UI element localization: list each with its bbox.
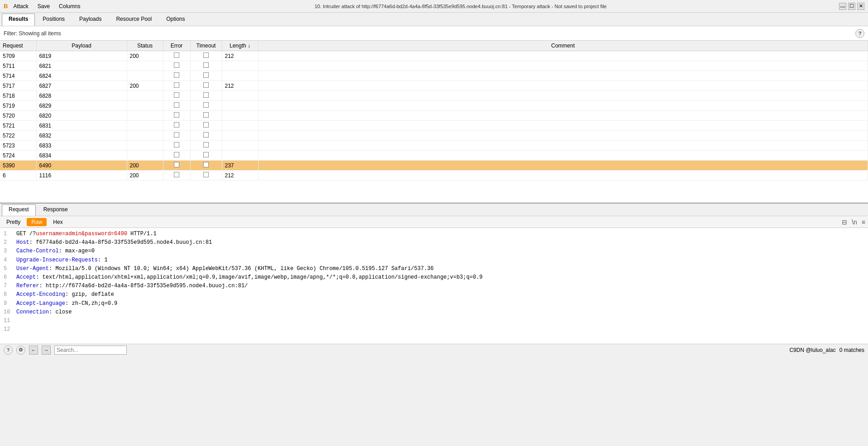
checkbox[interactable] [174, 72, 179, 78]
checkbox[interactable] [174, 112, 179, 118]
results-table-area[interactable]: Request Payload Status Error Timeout Len… [0, 41, 868, 204]
back-button[interactable]: ← [29, 346, 38, 355]
format-icon[interactable]: ⊟ [841, 218, 848, 227]
tab-positions[interactable]: Positions [36, 14, 72, 26]
col-header-error[interactable]: Error [163, 41, 190, 51]
col-header-comment[interactable]: Comment [258, 41, 868, 51]
table-row[interactable]: 57236833 [0, 141, 868, 151]
table-row[interactable]: 57226832 [0, 131, 868, 141]
status-bar-right: C9DN @luluo_alac 0 matches [789, 347, 864, 353]
checkbox[interactable] [174, 102, 179, 108]
request-line: 4Upgrade-Insecure-Requests: 1 [4, 256, 864, 265]
settings-icon[interactable]: ⚙ [16, 346, 25, 355]
checkbox[interactable] [174, 132, 179, 138]
request-response-tabs: Request Response [0, 204, 868, 216]
filter-bar: Filter: Showing all items ? [0, 26, 868, 41]
filter-help-button[interactable]: ? [855, 29, 864, 38]
forward-button[interactable]: → [42, 346, 51, 355]
title-bar: B Attack Save Columns 10. Intruder attac… [0, 0, 868, 13]
checkbox[interactable] [174, 92, 179, 98]
table-row[interactable]: 57246834 [0, 151, 868, 161]
menu-attack[interactable]: Attack [11, 2, 30, 10]
request-line: 1GET /?username=admin&password=6490 HTTP… [4, 230, 864, 238]
tab-response[interactable]: Response [37, 204, 75, 216]
checkbox[interactable] [203, 152, 209, 157]
sub-tab-hex[interactable]: Hex [48, 218, 67, 226]
checkbox[interactable] [203, 102, 209, 108]
checkbox[interactable] [203, 122, 209, 128]
sub-tabs: Pretty Raw Hex ⊟ \n ≡ [0, 216, 868, 228]
tab-options[interactable]: Options [159, 14, 192, 26]
bottom-panel: Request Response Pretty Raw Hex ⊟ \n ≡ 1… [0, 204, 868, 344]
request-line: 5User-Agent: Mozilla/5.0 (Windows NT 10.… [4, 265, 864, 273]
checkbox[interactable] [203, 82, 209, 88]
checkbox[interactable] [203, 162, 209, 167]
close-button[interactable]: ✕ [857, 3, 864, 10]
checkbox[interactable] [174, 122, 179, 128]
col-header-length[interactable]: Length ↓ [222, 41, 258, 51]
checkbox[interactable] [203, 62, 209, 68]
checkbox[interactable] [203, 132, 209, 138]
user-info: C9DN @luluo_alac [789, 347, 835, 353]
checkbox[interactable] [203, 112, 209, 118]
title-bar-title: 10. Intruder attack of http://f6774a6d-b… [82, 4, 839, 9]
checkbox[interactable] [174, 142, 179, 147]
checkbox[interactable] [203, 52, 209, 58]
checkbox[interactable] [174, 172, 179, 177]
status-bar-left: ? ⚙ ← → [4, 346, 127, 355]
wrap-icon[interactable]: \n [851, 218, 858, 227]
sub-tab-raw[interactable]: Raw [27, 218, 47, 226]
minimize-button[interactable]: — [839, 3, 846, 10]
table-row[interactable]: 57206820 [0, 111, 868, 121]
checkbox[interactable] [203, 92, 209, 98]
col-header-status[interactable]: Status [127, 41, 163, 51]
table-row[interactable]: 53906490200237 [0, 161, 868, 171]
search-input[interactable] [54, 346, 127, 355]
sub-tab-pretty[interactable]: Pretty [2, 218, 25, 226]
request-line: 2Host: f6774a6d-bd2d-4a4a-8f5d-33f535e9d… [4, 238, 864, 247]
table-row[interactable]: 57196829 [0, 101, 868, 111]
request-line: 11 [4, 317, 864, 325]
tab-results[interactable]: Results [2, 14, 35, 26]
filter-text: Filter: Showing all items [4, 30, 855, 37]
tab-resource-pool[interactable]: Resource Pool [109, 14, 158, 26]
request-line: 12 [4, 325, 864, 334]
title-bar-menu: Attack Save Columns [11, 2, 82, 10]
checkbox[interactable] [174, 152, 179, 157]
maximize-button[interactable]: ☐ [848, 3, 855, 10]
tab-request[interactable]: Request [2, 204, 36, 216]
request-line: 9Accept-Language: zh-CN,zh;q=0.9 [4, 299, 864, 308]
col-header-request[interactable]: Request [0, 41, 36, 51]
table-row[interactable]: 61116200212 [0, 171, 868, 180]
table-row[interactable]: 57146824 [0, 71, 868, 81]
checkbox[interactable] [203, 142, 209, 147]
menu-columns[interactable]: Columns [57, 2, 82, 10]
checkbox[interactable] [203, 172, 209, 177]
checkbox[interactable] [174, 82, 179, 88]
checkbox[interactable] [203, 72, 209, 78]
app-logo: B [4, 3, 8, 9]
table-row[interactable]: 57096819200212 [0, 51, 868, 61]
table-row[interactable]: 57216831 [0, 121, 868, 131]
request-content: 1GET /?username=admin&password=6490 HTTP… [0, 228, 868, 344]
sub-tabs-right: ⊟ \n ≡ [841, 218, 866, 227]
checkbox[interactable] [174, 62, 179, 68]
help-icon-bottom[interactable]: ? [4, 346, 13, 355]
col-header-payload[interactable]: Payload [36, 41, 127, 51]
sub-tabs-left: Pretty Raw Hex [2, 218, 67, 226]
table-row[interactable]: 57116821 [0, 61, 868, 71]
menu-save[interactable]: Save [36, 2, 52, 10]
request-line: 7Referer: http://f6774a6d-bd2d-4a4a-8f5d… [4, 282, 864, 290]
request-line: 3Cache-Control: max-age=0 [4, 247, 864, 256]
tab-payloads[interactable]: Payloads [72, 14, 108, 26]
table-row[interactable]: 57186828 [0, 91, 868, 101]
nav-tabs: Results Positions Payloads Resource Pool… [0, 13, 868, 26]
checkbox[interactable] [174, 52, 179, 58]
checkbox[interactable] [174, 162, 179, 167]
col-header-timeout[interactable]: Timeout [190, 41, 222, 51]
table-row[interactable]: 57176827200212 [0, 81, 868, 91]
title-bar-controls: — ☐ ✕ [839, 3, 864, 10]
title-bar-left: B Attack Save Columns [4, 2, 82, 10]
status-bar: ? ⚙ ← → C9DN @luluo_alac 0 matches [0, 344, 868, 356]
menu-icon[interactable]: ≡ [861, 218, 866, 227]
